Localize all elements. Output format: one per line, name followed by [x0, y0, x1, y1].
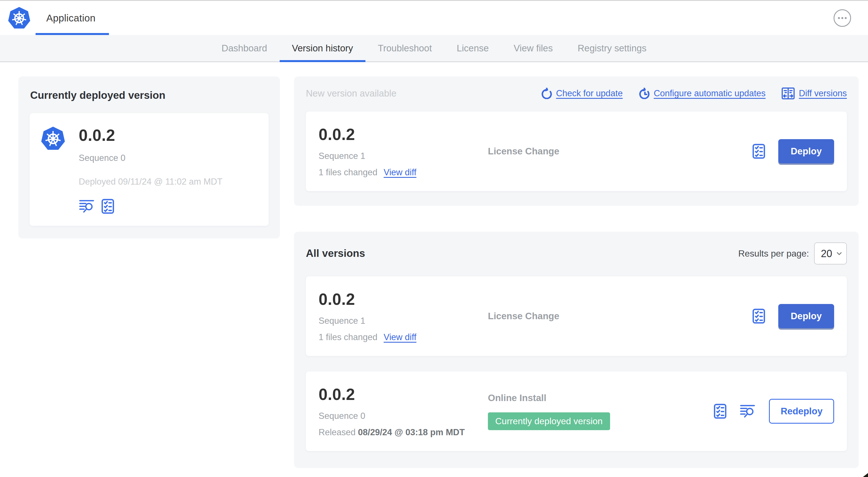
files-changed-row: 1 files changed View diff	[318, 332, 488, 342]
tab-view-files[interactable]: View files	[501, 35, 565, 62]
released-date: 08/29/24 @ 03:18 pm MDT	[358, 427, 465, 437]
version-source: License Change	[488, 311, 752, 322]
tab-dashboard-label: Dashboard	[221, 43, 267, 54]
results-per-page: Results per page: 20	[738, 242, 847, 265]
version-sequence: Sequence 1	[318, 316, 488, 326]
kubernetes-logo	[8, 6, 30, 30]
version-sequence: Sequence 1	[318, 151, 488, 161]
all-versions-title: All versions	[306, 247, 365, 259]
view-diff-link[interactable]: View diff	[384, 168, 416, 178]
tab-version-history[interactable]: Version history	[280, 35, 365, 62]
redeploy-button[interactable]: Redeploy	[769, 399, 834, 424]
results-per-page-select-wrap: 20	[814, 242, 847, 265]
version-number: 0.0.2	[318, 385, 488, 404]
tab-view-files-label: View files	[514, 43, 553, 54]
auto-update-icon	[639, 88, 650, 99]
currently-deployed-badge: Currently deployed version	[488, 412, 610, 430]
app-header: Application	[0, 0, 868, 35]
app-title-tab[interactable]: Application	[46, 1, 96, 35]
tab-version-history-label: Version history	[292, 43, 353, 54]
preflight-checks-icon[interactable]	[752, 308, 765, 324]
files-changed-label: 1 files changed	[318, 168, 378, 178]
check-for-update-label: Check for update	[556, 88, 623, 98]
view-logs-icon[interactable]	[740, 404, 756, 418]
version-actions: Deploy	[752, 304, 834, 328]
deployed-timestamp: Deployed 09/11/24 @ 11:02 am MDT	[79, 177, 222, 187]
tab-license[interactable]: License	[444, 35, 501, 62]
version-actions: Deploy	[752, 139, 834, 163]
app-subnav: Dashboard Version history Troubleshoot L…	[0, 35, 868, 62]
released-timestamp: Released 08/29/24 @ 03:18 pm MDT	[318, 427, 488, 438]
left-column: Currently deployed version 0.0.2 Sequenc…	[18, 77, 280, 468]
deployed-version-number: 0.0.2	[79, 126, 222, 145]
tab-dashboard[interactable]: Dashboard	[209, 35, 279, 62]
tab-registry-settings[interactable]: Registry settings	[565, 35, 659, 62]
new-version-title: New version available	[306, 88, 397, 99]
deploy-button[interactable]: Deploy	[778, 139, 834, 163]
app-title: Application	[46, 12, 96, 24]
main-content: Currently deployed version 0.0.2 Sequenc…	[0, 62, 868, 477]
files-changed-row: 1 files changed View diff	[318, 168, 488, 178]
diff-versions-link[interactable]: Diff versions	[781, 87, 847, 100]
rows-gap	[306, 356, 847, 371]
preflight-checks-icon[interactable]	[714, 404, 726, 419]
preflight-checks-icon[interactable]	[752, 144, 765, 159]
view-logs-icon[interactable]	[79, 199, 95, 213]
source-label: License Change	[488, 311, 559, 321]
all-versions-card: All versions Results per page: 20 0.0.2 …	[294, 232, 859, 468]
version-row: 0.0.2 Sequence 0 Released 08/29/24 @ 03:…	[306, 371, 847, 451]
deployed-actions	[79, 199, 222, 214]
source-label: License Change	[488, 146, 559, 156]
update-links: Check for update Configure automatic upd…	[541, 87, 847, 100]
tab-troubleshoot-label: Troubleshoot	[378, 43, 432, 54]
deployed-version-card: 0.0.2 Sequence 0 Deployed 09/11/24 @ 11:…	[30, 113, 269, 226]
diff-versions-label: Diff versions	[799, 88, 847, 98]
app-tab-active-underline	[36, 33, 109, 35]
version-info: 0.0.2 Sequence 1 1 files changed View di…	[318, 290, 488, 342]
diff-icon	[781, 87, 795, 100]
tab-license-label: License	[457, 43, 489, 54]
deployed-version-details: 0.0.2 Sequence 0 Deployed 09/11/24 @ 11:…	[79, 126, 222, 214]
currently-deployed-title: Currently deployed version	[30, 89, 269, 101]
kubernetes-logo	[41, 126, 65, 151]
version-sequence: Sequence 0	[318, 411, 488, 421]
version-row: 0.0.2 Sequence 1 1 files changed View di…	[306, 276, 847, 356]
new-version-header: New version available Check for update C…	[306, 87, 847, 100]
right-column: New version available Check for update C…	[294, 77, 859, 468]
deployed-sequence: Sequence 0	[79, 153, 222, 163]
version-source: Online Install Currently deployed versio…	[488, 393, 714, 430]
tab-registry-settings-label: Registry settings	[578, 43, 647, 54]
results-per-page-select[interactable]: 20	[814, 242, 847, 265]
version-actions: Redeploy	[714, 399, 834, 424]
version-info: 0.0.2 Sequence 1 1 files changed View di…	[318, 125, 488, 178]
new-version-card: New version available Check for update C…	[294, 77, 859, 206]
check-for-update-link[interactable]: Check for update	[541, 88, 623, 99]
view-diff-link[interactable]: View diff	[384, 332, 416, 342]
results-per-page-label: Results per page:	[738, 248, 809, 259]
version-number: 0.0.2	[318, 125, 488, 144]
tab-troubleshoot[interactable]: Troubleshoot	[365, 35, 444, 62]
configure-automatic-updates-label: Configure automatic updates	[654, 88, 766, 98]
configure-automatic-updates-link[interactable]: Configure automatic updates	[639, 88, 766, 99]
all-versions-header: All versions Results per page: 20	[306, 242, 847, 265]
version-source: License Change	[488, 146, 752, 157]
preflight-checks-icon[interactable]	[101, 199, 114, 214]
ellipsis-icon	[837, 17, 847, 20]
files-changed-label: 1 files changed	[318, 332, 378, 342]
more-options-button[interactable]	[834, 9, 851, 27]
refresh-icon	[541, 88, 552, 99]
version-info: 0.0.2 Sequence 0 Released 08/29/24 @ 03:…	[318, 385, 488, 438]
version-number: 0.0.2	[318, 290, 488, 308]
currently-deployed-card: Currently deployed version 0.0.2 Sequenc…	[18, 77, 280, 239]
new-version-row: 0.0.2 Sequence 1 1 files changed View di…	[306, 112, 847, 191]
source-label: Online Install	[488, 393, 714, 403]
deploy-button[interactable]: Deploy	[778, 304, 834, 328]
released-label: Released	[318, 427, 358, 437]
